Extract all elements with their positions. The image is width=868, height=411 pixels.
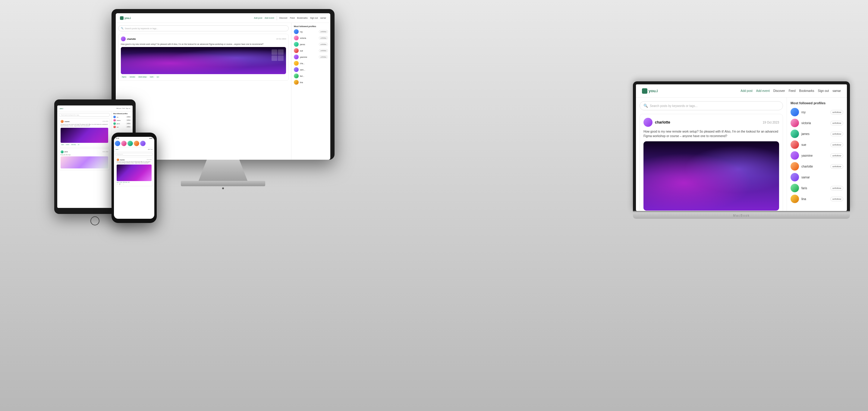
phone-post-actions: ♥ 1 💬 0 ↗ 1 [117, 184, 152, 185]
laptop-profile-roy: roy unfollow [790, 108, 843, 116]
tablet-av-victoria [113, 119, 116, 121]
tablet-tag-ux[interactable]: ux [77, 144, 80, 146]
monitor-unfollow-victoria[interactable]: unfollow [319, 36, 328, 39]
monitor-feed[interactable]: Feed [290, 17, 295, 19]
phone-tag-figma[interactable]: figma [117, 182, 119, 183]
tablet-date-2: 19 Oct 2023 [102, 151, 108, 153]
monitor-grid-thumb-1 [272, 50, 277, 55]
tablet-post-author-1: charlotte [61, 120, 70, 123]
monitor-post-image-inner [121, 47, 286, 74]
tablet-feed[interactable]: Feed [122, 107, 125, 109]
laptop-user[interactable]: samar [832, 89, 841, 93]
phone-feed[interactable]: Feed [150, 149, 153, 150]
tablet-home-button[interactable] [90, 216, 99, 225]
tablet-add-post[interactable]: Add post [116, 107, 121, 109]
phone-post-image [117, 164, 152, 181]
monitor-stand [196, 160, 250, 181]
monitor-unfollow-james[interactable]: unfollow [319, 43, 328, 46]
monitor-add-event[interactable]: Add event [265, 17, 274, 19]
laptop-avatar-victoria [790, 119, 799, 127]
monitor-dot [222, 187, 224, 189]
laptop-unfollow-james[interactable]: unfollow [830, 132, 843, 136]
monitor-user[interactable]: samar [320, 17, 326, 19]
monitor-name-sue: sue [300, 50, 318, 52]
laptop-avatar-sue [790, 140, 799, 149]
phone-av-roy [115, 141, 120, 146]
tablet-profile-roy: roy unfollow [113, 116, 131, 118]
tablet-post-card-2: james 19 Oct 2023 Rocky the office dog! [59, 149, 110, 170]
monitor-post-date: 19 Oct 2023 [276, 38, 286, 40]
laptop-base: MacBook [633, 212, 850, 219]
monitor-base [181, 181, 265, 186]
laptop-avatar-charlotte [790, 162, 799, 170]
laptop-navbar: you.i Add post Add event Discover Feed B… [636, 84, 847, 98]
tablet-sign-out[interactable]: Sign out [126, 107, 130, 109]
tablet-profile-victoria: victoria unfollow [113, 119, 131, 121]
monitor-bookmarks[interactable]: Bookmarks [297, 17, 308, 19]
monitor-avatar-lina [294, 80, 299, 85]
laptop-bookmarks[interactable]: Bookmarks [799, 89, 814, 93]
phone-status-bar: 9:41 ●●● [114, 137, 154, 140]
laptop-name-roy: roy [801, 110, 828, 114]
phone-search[interactable]: Search posts... [115, 153, 153, 156]
monitor-profile-james: james unfollow [294, 42, 328, 47]
monitor-unfollow-sue[interactable]: unfollow [319, 49, 328, 52]
phone-comment-action[interactable]: 💬 0 [119, 184, 121, 185]
phone-like-action[interactable]: ♥ 1 [117, 184, 118, 185]
tablet-tags: figma remote desk setup ux [61, 144, 108, 146]
laptop-sign-out[interactable]: Sign out [818, 89, 829, 93]
phone-add-post[interactable]: +Add [148, 149, 150, 150]
monitor-tag-desk[interactable]: desk setup [137, 76, 148, 78]
laptop-profile-victoria: victoria unfollow [790, 119, 843, 127]
laptop-feed[interactable]: Feed [789, 89, 796, 93]
laptop-unfollow-charlotte[interactable]: unfollow [830, 164, 843, 169]
monitor-search-placeholder: Search posts by keywords or tags... [125, 27, 158, 30]
laptop-discover[interactable]: Discover [773, 89, 785, 93]
phone-av-victoria [121, 141, 127, 146]
laptop-profile-sue: sue unfollow [790, 140, 843, 149]
monitor-add-post[interactable]: Add post [254, 17, 262, 19]
phone-tag-remote[interactable]: remote [119, 182, 122, 183]
laptop-unfollow-roy[interactable]: unfollow [830, 110, 843, 115]
phone-tag-desk[interactable]: desk setup [123, 182, 127, 183]
tablet-unfollow-roy[interactable]: unfollow [126, 116, 131, 118]
monitor-tag-tech[interactable]: tech [149, 76, 154, 78]
laptop-add-event[interactable]: Add event [756, 89, 770, 93]
monitor-profile-roy: roy unfollow [294, 29, 328, 34]
laptop-avatar-yasmine [790, 151, 799, 160]
laptop-unfollow-yasmine[interactable]: unfollow [830, 153, 843, 158]
monitor-unfollow-roy[interactable]: unfollow [319, 30, 328, 33]
phone-profiles-row [114, 140, 154, 147]
monitor-unfollow-yasmine[interactable]: unfollow [319, 56, 328, 59]
monitor-avatar-faris [294, 73, 299, 78]
monitor-tag-remote[interactable]: remote [128, 76, 136, 78]
tablet-profile-sue: sue unfollow [113, 126, 131, 128]
monitor-discover[interactable]: Discover [279, 17, 287, 19]
monitor-sign-out[interactable]: Sign out [310, 17, 318, 19]
laptop-unfollow-lina[interactable]: unfollow [830, 197, 843, 201]
tablet-unfollow-sue[interactable]: unfollow [126, 126, 131, 128]
tablet-unfollow-victoria[interactable]: unfollow [126, 119, 131, 121]
laptop-search[interactable]: 🔍 Search posts by keywords or tags... [640, 101, 783, 110]
laptop-add-post[interactable]: Add post [741, 89, 752, 93]
laptop-unfollow-victoria[interactable]: unfollow [830, 121, 843, 125]
tablet-tag-desk[interactable]: desk setup [70, 144, 77, 146]
laptop-screen-outer: you.i Add post Add event Discover Feed B… [633, 81, 850, 211]
monitor-search[interactable]: 🔍 Search posts by keywords or tags... [118, 25, 289, 31]
phone-tag-tech[interactable]: tech [128, 182, 130, 183]
tablet-tag-remote[interactable]: remote [65, 144, 70, 146]
tablet-unfollow-james[interactable]: unfollow [126, 123, 131, 124]
phone-outer: 9:41 ●●● you.i +Add Feed Search p [112, 133, 157, 223]
phone-share-action[interactable]: ↗ 1 [122, 184, 124, 185]
laptop-name-faris: faris [801, 187, 828, 190]
laptop-unfollow-faris[interactable]: unfollow [830, 186, 843, 190]
monitor-tag-figma[interactable]: figma [121, 76, 127, 78]
monitor-tag-ux[interactable]: ux [156, 76, 160, 78]
tablet-post-text-1: How good is my new remote work setup? So… [61, 124, 108, 127]
tablet-search[interactable]: Search posts by keywords or tags... [59, 113, 110, 117]
laptop-avatar-james [790, 130, 799, 138]
monitor-post-header: charlotte 19 Oct 2023 [121, 36, 286, 41]
tablet-tag-figma[interactable]: figma [61, 144, 64, 146]
laptop-screen: you.i Add post Add event Discover Feed B… [636, 84, 847, 211]
laptop-unfollow-sue[interactable]: unfollow [830, 143, 843, 147]
